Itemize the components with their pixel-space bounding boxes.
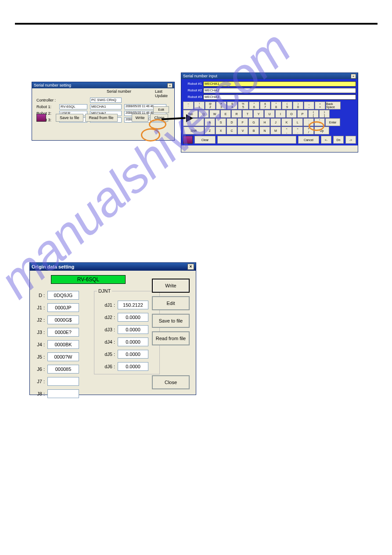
joint-value-field[interactable]	[47, 389, 79, 398]
key-T[interactable]: T	[242, 110, 253, 118]
djnt-legend: DJNT	[97, 288, 112, 294]
input-row: Robot #1 MECHA1	[183, 81, 356, 87]
key-C[interactable]: C	[227, 127, 237, 134]
djnt-value-field[interactable]: 0.0000	[118, 350, 148, 359]
key-Y[interactable]: Y	[253, 110, 264, 118]
key-3[interactable]: #3	[216, 102, 227, 109]
cancel-button[interactable]: Cancel	[298, 136, 319, 144]
djnt-row: dJ5 : 0.0000	[97, 348, 148, 360]
edit-button[interactable]: Edit	[152, 296, 190, 310]
left-key[interactable]: <-	[321, 136, 331, 144]
edit-button[interactable]: Edit	[153, 106, 169, 113]
djnt-value-field[interactable]: 0.0000	[118, 362, 148, 371]
key-9[interactable]: (9	[282, 102, 292, 109]
djnt-value-field[interactable]: 0.0000	[118, 313, 148, 322]
joint-value-field[interactable]: 0000G$	[47, 316, 79, 324]
close-icon[interactable]: ×	[167, 83, 173, 88]
close-button[interactable]: Close	[152, 375, 190, 389]
up-key[interactable]: Up	[314, 127, 329, 134]
joint-value-field[interactable]: 0000?W	[47, 352, 79, 361]
key-U[interactable]: U	[264, 110, 275, 118]
key-;[interactable]: :;	[303, 118, 314, 126]
write-button[interactable]: Write	[152, 279, 190, 293]
joint-value-field[interactable]: 000085	[47, 365, 79, 374]
key-][interactable]: }]	[319, 110, 330, 118]
save-to-file-button[interactable]: Save to file	[56, 114, 83, 122]
djnt-label: dJ1 :	[100, 302, 118, 308]
serial-input-field[interactable]: MECHA3	[203, 94, 356, 100]
key-D[interactable]: D	[227, 118, 237, 126]
close-icon[interactable]: ×	[187, 264, 194, 270]
djnt-value-field[interactable]: 0.0000	[118, 337, 148, 346]
right-key[interactable]: ->	[345, 136, 356, 144]
enter-key[interactable]: Enter	[325, 118, 340, 126]
key-6[interactable]: ^6	[249, 102, 259, 109]
key-B[interactable]: B	[248, 127, 259, 134]
key-L[interactable]: L	[292, 118, 303, 126]
key-[[interactable]: {[	[308, 110, 319, 118]
key-.[interactable]: >.	[292, 127, 303, 134]
space-key[interactable]	[217, 136, 296, 144]
backspace-key[interactable]: Back Space	[326, 102, 341, 109]
read-from-file-button[interactable]: Read from file	[85, 114, 118, 122]
joint-label: J8 :	[32, 391, 47, 396]
key-4[interactable]: $4	[227, 102, 237, 109]
joint-value-field[interactable]: 0000BK	[47, 340, 79, 349]
key-`[interactable]: ~`	[183, 102, 194, 109]
key-1[interactable]: !1	[194, 102, 205, 109]
serial-field[interactable]: PC SWG CRnQ	[90, 98, 122, 103]
key-Q[interactable]: Q	[198, 110, 209, 118]
key-M[interactable]: M	[270, 127, 281, 134]
dn-key[interactable]: Dn	[333, 136, 344, 144]
key-,[interactable]: <,	[281, 127, 292, 134]
key--[interactable]: _-	[304, 102, 314, 109]
key-J[interactable]: J	[270, 118, 281, 126]
joint-label: J2 :	[32, 317, 47, 323]
key-K[interactable]: K	[281, 118, 292, 126]
key-P[interactable]: P	[297, 110, 308, 118]
key-/[interactable]: ?/	[303, 127, 314, 134]
key-Z[interactable]: Z	[205, 127, 215, 134]
key-5[interactable]: %5	[238, 102, 248, 109]
serial-field[interactable]: MECHA1	[90, 104, 122, 109]
joint-value-field[interactable]: 0DQ9JG	[47, 291, 79, 300]
key-V[interactable]: V	[237, 127, 248, 134]
close-icon[interactable]: ×	[351, 74, 356, 79]
key-X[interactable]: X	[216, 127, 226, 134]
key-O[interactable]: O	[286, 110, 297, 118]
key-7[interactable]: &7	[260, 102, 270, 109]
key-G[interactable]: G	[248, 118, 259, 126]
key-N[interactable]: N	[259, 127, 270, 134]
save-to-file-button[interactable]: Save to file	[152, 314, 190, 328]
serial-input-field[interactable]: MECHA2	[203, 88, 356, 93]
robot-name-field[interactable]: RV-6SQL	[59, 104, 87, 109]
djnt-row: dJ6 : 0.0000	[97, 360, 148, 373]
robot-icon	[36, 114, 46, 122]
clear-button[interactable]: Clear	[194, 136, 216, 144]
key-E[interactable]: E	[220, 110, 231, 118]
key-=[interactable]: +=	[315, 102, 325, 109]
key-W[interactable]: W	[209, 110, 220, 118]
key-F[interactable]: F	[237, 118, 248, 126]
joint-value-field[interactable]	[47, 377, 79, 386]
input-row: Robot #2 MECHA2	[183, 87, 356, 93]
key-I[interactable]: I	[275, 110, 286, 118]
joint-value-field[interactable]: 0000E?	[47, 328, 79, 337]
djnt-value-field[interactable]: 150.2122	[118, 301, 148, 309]
read-from-file-button[interactable]: Read from file	[152, 331, 190, 345]
key-8[interactable]: *8	[271, 102, 281, 109]
key-A[interactable]: A	[205, 118, 215, 126]
shift-key[interactable]: Shift	[183, 127, 204, 134]
joint-value-field[interactable]: 0000JP	[47, 303, 79, 312]
key-'[interactable]: "'	[314, 118, 325, 126]
serial-input-title: Serial number input	[183, 73, 217, 79]
djnt-value-field[interactable]: 0.0000	[118, 325, 148, 334]
key-2[interactable]: @2	[205, 102, 216, 109]
write-button[interactable]: Write	[132, 114, 149, 122]
key-R[interactable]: R	[231, 110, 242, 118]
robot-name-field: RV-6SQL	[51, 275, 126, 284]
key-S[interactable]: S	[216, 118, 226, 126]
key-H[interactable]: H	[259, 118, 270, 126]
key-0[interactable]: )0	[293, 102, 303, 109]
serial-input-field[interactable]: MECHA1	[203, 81, 356, 87]
